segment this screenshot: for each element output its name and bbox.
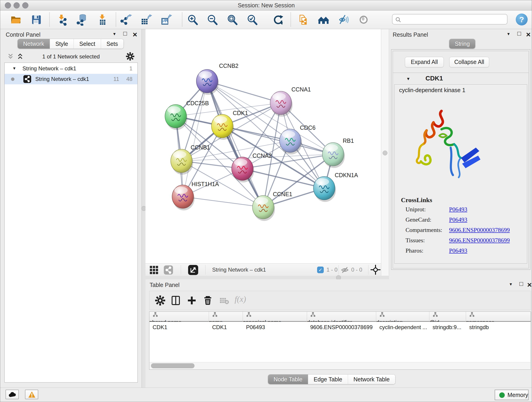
node-CDKN1A[interactable] <box>313 177 336 202</box>
column-header-name[interactable]: name <box>209 312 243 322</box>
tab-select[interactable]: Select <box>74 39 101 49</box>
scrollbar-thumb[interactable] <box>151 363 195 368</box>
table-cell[interactable]: stringdb <box>469 322 530 332</box>
export-table-icon[interactable] <box>140 14 152 26</box>
column-header-namespace[interactable]: namespace <box>466 312 531 322</box>
edge-HIST1H1A-CCNE1[interactable] <box>183 197 263 207</box>
node-HIST1H1A[interactable] <box>172 185 195 211</box>
copy-network-icon[interactable] <box>297 14 309 26</box>
new-window-icon[interactable] <box>188 265 198 275</box>
hidden-eye-icon[interactable] <box>341 266 349 274</box>
export-network-icon[interactable] <box>120 14 132 26</box>
panel-float-icon[interactable] <box>123 30 127 37</box>
table-settings-gear-icon[interactable] <box>155 295 165 306</box>
node-CCNE1[interactable] <box>253 196 275 221</box>
fit-content-icon[interactable] <box>370 265 380 275</box>
delete-table-icon[interactable] <box>219 295 230 306</box>
node-CCNA2[interactable] <box>232 157 254 182</box>
delete-column-icon[interactable] <box>203 295 213 306</box>
crosslink-link[interactable]: P06493 <box>449 206 467 213</box>
tab-network[interactable]: Network <box>18 39 50 49</box>
network-canvas[interactable]: CCNB2CCNA1CDC25BCDK1CDC6RB1CCNB1CCNA2CDK… <box>146 29 381 263</box>
help-icon[interactable] <box>516 13 528 26</box>
panel-close-icon[interactable] <box>133 32 137 38</box>
edge-CCNB2-CCNE1[interactable] <box>207 81 263 207</box>
panel-collapse-icon[interactable] <box>113 32 116 36</box>
open-session-icon[interactable] <box>10 14 22 26</box>
tab-edge-table[interactable]: Edge Table <box>308 375 348 384</box>
import-table-icon[interactable] <box>96 14 108 26</box>
home-icon[interactable] <box>317 14 329 26</box>
edge-CDK1-RB1[interactable] <box>222 126 333 154</box>
divider-handle[interactable] <box>383 151 387 155</box>
column-header-database-identifier[interactable]: database identifier <box>307 312 376 322</box>
export-image-icon[interactable] <box>160 14 172 26</box>
search-field[interactable] <box>392 14 507 25</box>
column-header-canonical-name[interactable]: canonical name <box>243 312 307 322</box>
tab-network-table[interactable]: Network Table <box>348 375 395 384</box>
section-collapse-icon[interactable]: ▼ <box>406 77 410 81</box>
panel-collapse-icon[interactable] <box>507 32 510 36</box>
zoom-selected-icon[interactable] <box>246 14 258 26</box>
selected-checkbox-icon[interactable] <box>317 267 324 273</box>
import-network-icon[interactable] <box>56 14 68 26</box>
column-header-@id[interactable]: @id <box>429 312 466 322</box>
crosslink-link[interactable]: P06493 <box>449 216 467 223</box>
node-CDC25B[interactable] <box>165 104 187 130</box>
zoom-out-icon[interactable] <box>206 14 218 26</box>
memory-button[interactable]: Memory <box>495 390 529 400</box>
table-cell[interactable]: stringdb:9... <box>433 322 465 332</box>
panel-close-icon[interactable] <box>527 282 532 288</box>
gear-icon[interactable] <box>126 52 134 61</box>
save-session-icon[interactable] <box>31 14 42 26</box>
function-builder-icon[interactable]: f(x) <box>234 294 246 304</box>
panel-float-icon[interactable] <box>519 280 523 287</box>
import-database-icon[interactable] <box>76 14 88 26</box>
panel-collapse-icon[interactable] <box>509 282 513 287</box>
node-RB1[interactable] <box>322 143 345 168</box>
search-input[interactable] <box>403 15 505 23</box>
hide-panels-icon[interactable] <box>338 14 350 26</box>
network-list: ▼ String Network – cdk1 1 String Network… <box>4 63 138 383</box>
column-header-shared-name[interactable]: shared name <box>149 312 209 322</box>
share-icon[interactable] <box>164 265 173 274</box>
show-columns-icon[interactable] <box>171 295 181 306</box>
tree-expand-icon[interactable]: ▼ <box>12 63 16 74</box>
results-panel: Results Panel String Expand All Collapse… <box>389 29 532 279</box>
zoom-in-icon[interactable] <box>187 14 199 26</box>
table-cell[interactable]: 9606.ENSP00000378699 <box>310 322 375 332</box>
crosslink-link[interactable]: P06493 <box>449 247 467 254</box>
tab-string[interactable]: String <box>449 39 475 49</box>
expand-all-button[interactable]: Expand All <box>405 57 444 67</box>
node-CDK1[interactable] <box>211 114 234 140</box>
tab-node-table[interactable]: Node Table <box>268 375 308 384</box>
network-graph[interactable]: CCNB2CCNA1CDC25BCDK1CDC6RB1CCNB1CCNA2CDK… <box>146 29 381 263</box>
node-CCNB2[interactable] <box>196 70 219 95</box>
refresh-icon[interactable] <box>272 14 284 26</box>
panel-float-icon[interactable] <box>517 30 521 37</box>
column-header-description[interactable]: description <box>376 312 429 322</box>
edge-CCNB2-HIST1H1A[interactable] <box>183 81 207 197</box>
add-column-icon[interactable] <box>186 295 197 306</box>
table-cell[interactable]: CDK1 <box>212 322 241 332</box>
table-cell[interactable]: cyclin-dependent ... <box>380 322 428 332</box>
crosslink-link[interactable]: 9606.ENSP00000378699 <box>449 237 510 244</box>
grid-view-icon[interactable] <box>150 266 158 274</box>
node-CCNA1[interactable] <box>270 91 293 117</box>
zoom-fit-icon[interactable] <box>226 14 238 26</box>
right-splitter[interactable] <box>381 29 389 276</box>
show-eye-icon[interactable] <box>358 14 370 26</box>
horizontal-scrollbar[interactable] <box>150 362 530 369</box>
tab-sets[interactable]: Sets <box>101 39 123 49</box>
network-collection-row[interactable]: ▼ String Network – cdk1 1 <box>5 63 138 74</box>
panel-close-icon[interactable] <box>526 32 531 38</box>
crosslink-link[interactable]: 9606.ENSP00000378699 <box>449 227 510 234</box>
cloud-button[interactable] <box>6 390 19 399</box>
tab-style[interactable]: Style <box>50 39 74 49</box>
table-cell[interactable]: CDK1 <box>152 322 208 332</box>
warning-button[interactable] <box>25 390 38 399</box>
left-splitter[interactable] <box>142 29 146 388</box>
network-row[interactable]: String Network – cdk1 11 48 <box>5 74 138 84</box>
collapse-all-button[interactable]: Collapse All <box>449 57 489 67</box>
table-cell[interactable]: P06493 <box>246 322 306 332</box>
